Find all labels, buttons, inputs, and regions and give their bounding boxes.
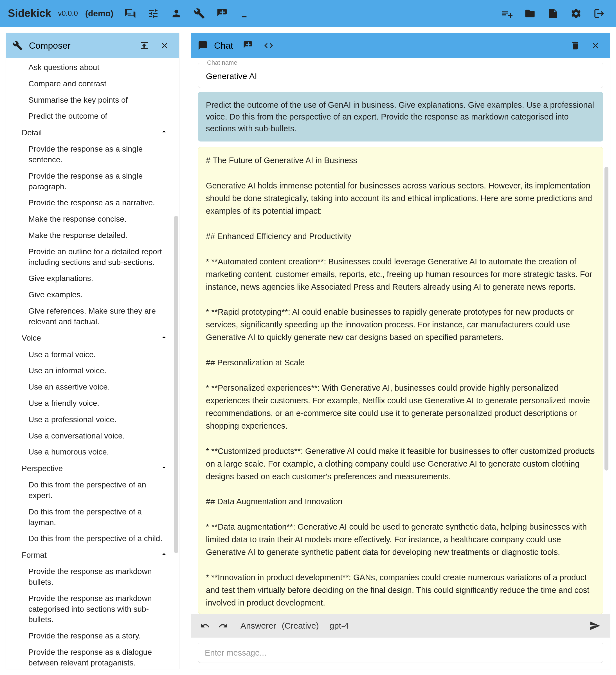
composer-section-label: Perspective (22, 464, 63, 473)
chevron-up-icon (160, 333, 168, 343)
chat-name-value: Generative AI (198, 63, 603, 81)
composer-item[interactable]: Use a formal voice. (6, 347, 179, 363)
send-icon[interactable] (589, 620, 601, 631)
undo-icon[interactable] (200, 620, 211, 631)
chat-input-wrap: Enter message... (191, 638, 610, 669)
minimize-icon[interactable] (239, 7, 252, 20)
add-comment-icon[interactable] (216, 7, 229, 20)
folder-icon[interactable] (523, 7, 537, 20)
composer-item[interactable]: Give explanations. (6, 270, 179, 287)
composer-item[interactable]: Use a conversational voice. (6, 428, 179, 444)
code-icon[interactable] (262, 40, 275, 52)
composer-item[interactable]: Use a professional voice. (6, 411, 179, 428)
status-persona: Answerer (240, 621, 276, 630)
composer-item[interactable]: Provide the response as a dialogue betwe… (6, 644, 179, 669)
composer-section-header[interactable]: Detail (6, 124, 179, 141)
composer-item[interactable]: Use an informal voice. (6, 363, 179, 379)
workspace: Composer Ask questions aboutCompare and … (0, 27, 616, 675)
redo-icon[interactable] (217, 620, 229, 631)
composer-section-header[interactable]: Format (6, 547, 179, 564)
composer-panel: Composer Ask questions aboutCompare and … (6, 32, 179, 669)
composer-item[interactable]: Compare and contrast (6, 76, 179, 92)
chevron-up-icon (160, 550, 168, 560)
composer-item[interactable]: Make the response detailed. (6, 227, 179, 243)
wrench-icon[interactable] (193, 7, 206, 20)
tune-icon[interactable] (147, 7, 160, 20)
playlist-add-icon[interactable] (500, 7, 514, 20)
chat-panel: Chat Chat name Generative AI Predict the… (191, 32, 610, 669)
message-input[interactable]: Enter message... (198, 643, 603, 663)
scrollbar-track[interactable] (174, 58, 178, 669)
user-message: Predict the outcome of the use of GenAI … (198, 92, 603, 142)
composer-item[interactable]: Use a friendly voice. (6, 395, 179, 411)
composer-item[interactable]: Provide the response as markdown bullets… (6, 564, 179, 590)
composer-item[interactable]: Provide the response as markdown categor… (6, 590, 179, 628)
logout-icon[interactable] (592, 7, 606, 20)
composer-body: Ask questions aboutCompare and contrastS… (6, 58, 179, 669)
settings-icon[interactable] (569, 7, 583, 20)
composer-item[interactable]: Provide the response as a narrative. (6, 195, 179, 211)
chevron-up-icon (160, 463, 168, 473)
note-icon[interactable] (546, 7, 560, 20)
collapse-icon[interactable] (138, 40, 150, 52)
chat-name-field[interactable]: Chat name Generative AI (198, 63, 603, 88)
chat-title: Chat (214, 41, 233, 51)
chat-statusbar: Answerer (Creative) gpt-4 (191, 614, 610, 638)
composer-item[interactable]: Make the response concise. (6, 211, 179, 227)
ai-message: # The Future of Generative AI in Busines… (198, 147, 603, 614)
composer-section-label: Voice (22, 333, 41, 343)
chat-name-label: Chat name (205, 59, 240, 66)
composer-item[interactable]: Use an assertive voice. (6, 379, 179, 395)
composer-item[interactable]: Do this from the perspective of a child. (6, 530, 179, 547)
app-version: v0.0.0 (58, 9, 78, 18)
composer-header: Composer (6, 33, 179, 58)
composer-item[interactable]: Do this from the perspective of an exper… (6, 477, 179, 504)
chat-header: Chat (191, 33, 610, 58)
composer-item[interactable]: Do this from the perspective of a layman… (6, 504, 179, 531)
composer-item[interactable]: Give examples. (6, 287, 179, 303)
chat-icon (197, 40, 209, 52)
composer-item[interactable]: Use a humorous voice. (6, 444, 179, 460)
composer-item[interactable]: Ask questions about (6, 59, 179, 76)
status-model: gpt-4 (329, 621, 349, 630)
delete-icon[interactable] (569, 40, 582, 52)
composer-item[interactable]: Provide the response as a single sentenc… (6, 141, 179, 168)
composer-item[interactable]: Summarise the key points of (6, 92, 179, 108)
composer-section-header[interactable]: Perspective (6, 460, 179, 477)
composer-item[interactable]: Provide the response as a single paragra… (6, 168, 179, 195)
app-demo-badge: (demo) (85, 9, 113, 18)
chat-icon[interactable] (124, 7, 137, 20)
composer-section-label: Detail (22, 128, 42, 137)
app-brand: Sidekick (8, 7, 51, 19)
composer-section-header[interactable]: Voice (6, 330, 179, 347)
close-icon[interactable] (589, 40, 602, 52)
add-comment-icon[interactable] (242, 40, 254, 52)
composer-item[interactable]: Give references. Make sure they are rele… (6, 303, 179, 330)
person-icon[interactable] (170, 7, 183, 20)
chevron-up-icon (160, 128, 168, 138)
composer-title: Composer (29, 41, 71, 51)
chat-scroll: Predict the outcome of the use of GenAI … (191, 88, 610, 614)
status-style: (Creative) (282, 621, 319, 630)
composer-item[interactable]: Predict the outcome of (6, 108, 179, 124)
composer-item[interactable]: Provide the response as a story. (6, 628, 179, 644)
chat-scrollbar-thumb[interactable] (605, 167, 608, 470)
chat-name-wrap: Chat name Generative AI (191, 58, 610, 88)
message-input-placeholder: Enter message... (205, 648, 266, 658)
wrench-icon (11, 40, 24, 52)
close-icon[interactable] (158, 40, 171, 52)
scrollbar-thumb[interactable] (174, 216, 178, 553)
app-topbar: Sidekick v0.0.0 (demo) (0, 0, 616, 27)
composer-item[interactable]: Provide an outline for a detailed report… (6, 243, 179, 271)
composer-section-label: Format (22, 551, 47, 560)
